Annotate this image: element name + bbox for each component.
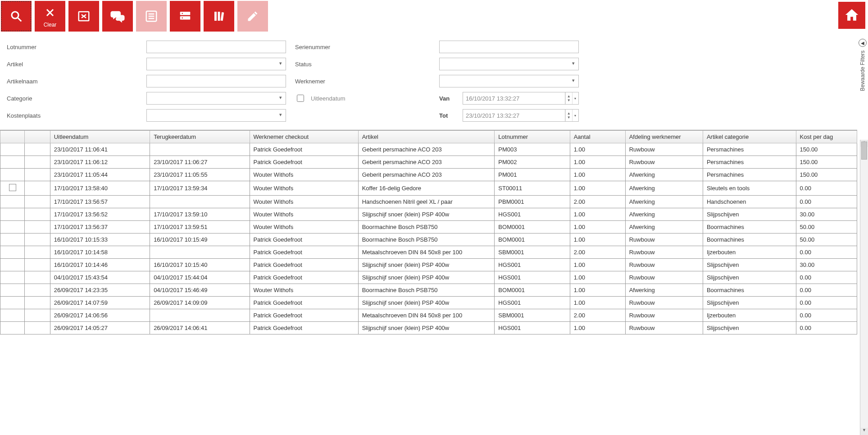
- categorie-combo[interactable]: [146, 92, 286, 105]
- clear-button[interactable]: Clear: [35, 1, 65, 32]
- chevron-left-icon[interactable]: ◀: [859, 39, 867, 47]
- server-icon: [177, 8, 193, 24]
- tot-label: Tot: [439, 112, 457, 119]
- books-icon: [211, 8, 227, 24]
- status-combo[interactable]: [439, 58, 579, 70]
- saved-filters-tab[interactable]: ◀ Bewaarde Filters: [857, 36, 868, 91]
- chat-icon: [109, 8, 126, 24]
- home-button[interactable]: [838, 2, 865, 29]
- categorie-label: Categorie: [7, 95, 137, 102]
- svg-line-1: [18, 18, 22, 22]
- close-icon: [42, 5, 58, 21]
- server-button[interactable]: [170, 1, 200, 32]
- serienummer-label: Serienummer: [295, 44, 430, 50]
- lotnummer-input[interactable]: [146, 41, 286, 53]
- saved-filters-label: Bewaarde Filters: [859, 50, 866, 91]
- artikelnaam-label: Artikelnaam: [7, 78, 137, 85]
- pencil-icon: [245, 8, 261, 24]
- svg-rect-10: [180, 16, 191, 20]
- svg-rect-15: [221, 12, 224, 21]
- svg-rect-13: [214, 12, 217, 21]
- filter-panel: Lotnummer Serienummer Artikel Status Art…: [0, 32, 868, 126]
- edit-button[interactable]: [237, 1, 268, 32]
- date-spinner-icon[interactable]: ▲▼▾: [565, 110, 578, 121]
- svg-point-12: [182, 18, 183, 19]
- van-label: Van: [439, 95, 457, 102]
- werknemer-label: Werknemer: [295, 78, 430, 85]
- artikel-combo[interactable]: [146, 58, 286, 70]
- home-icon: [844, 7, 859, 24]
- artikel-label: Artikel: [7, 61, 137, 68]
- artikelnaam-input[interactable]: [146, 75, 286, 87]
- van-date-input[interactable]: 16/10/2017 13:32:27 ▲▼▾: [463, 92, 579, 105]
- comments-button[interactable]: [102, 1, 133, 32]
- top-toolbar: Clear: [0, 0, 868, 32]
- search-icon: [8, 8, 24, 24]
- svg-point-0: [12, 12, 18, 18]
- svg-rect-9: [180, 12, 191, 15]
- export-excel-button[interactable]: [68, 1, 99, 32]
- excel-icon: [76, 8, 92, 24]
- werknemer-combo[interactable]: [439, 75, 579, 87]
- date-spinner-icon[interactable]: ▲▼▾: [565, 92, 578, 104]
- svg-rect-14: [218, 12, 220, 21]
- serienummer-input[interactable]: [439, 41, 579, 53]
- tot-date-value: 23/10/2017 13:32:27: [466, 112, 519, 119]
- uitleendatum-label: Uitleendatum: [311, 95, 345, 102]
- status-label: Status: [295, 61, 430, 68]
- list-button[interactable]: [136, 1, 167, 32]
- library-button[interactable]: [204, 1, 234, 32]
- kostenplaats-combo[interactable]: [146, 109, 286, 122]
- lotnummer-label: Lotnummer: [7, 44, 137, 50]
- kostenplaats-label: Kostenplaats: [7, 112, 137, 119]
- uitleendatum-checkbox[interactable]: [297, 95, 304, 102]
- clear-label: Clear: [44, 22, 57, 28]
- tot-date-input[interactable]: 23/10/2017 13:32:27 ▲▼▾: [463, 109, 579, 122]
- list-icon: [143, 8, 159, 24]
- search-button[interactable]: [1, 1, 32, 32]
- svg-point-11: [182, 13, 183, 14]
- van-date-value: 16/10/2017 13:32:27: [466, 95, 519, 102]
